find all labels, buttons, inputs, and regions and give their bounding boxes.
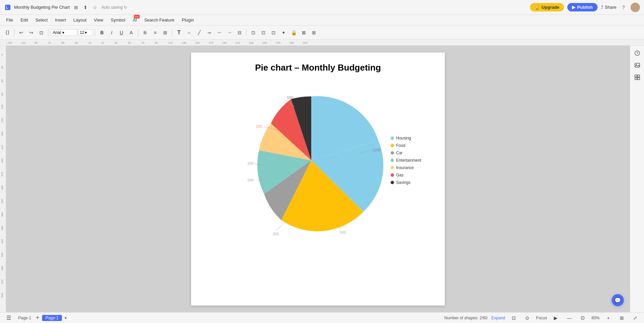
menu-file[interactable]: File bbox=[3, 16, 16, 24]
focus-icon[interactable]: ⊙ bbox=[523, 313, 532, 323]
chart-legend: Housing Food Car Entertainment bbox=[391, 136, 421, 185]
extra1[interactable]: ⊡ bbox=[249, 28, 258, 37]
share-button[interactable]: ⤴ Share bbox=[601, 5, 616, 10]
line-button[interactable]: ╱ bbox=[194, 28, 204, 37]
undo-button[interactable]: ↩ bbox=[16, 28, 26, 37]
label-line-250 bbox=[276, 224, 283, 231]
redo-button[interactable]: ↪ bbox=[27, 28, 36, 37]
font-size-selector[interactable]: 12 ▾ bbox=[78, 29, 93, 36]
separator-1 bbox=[14, 29, 14, 36]
fullscreen-button[interactable]: ⤢ bbox=[631, 313, 640, 323]
legend-item-food: Food bbox=[391, 143, 421, 148]
add-page-button[interactable]: + bbox=[36, 314, 40, 321]
legend-dot-entertainment bbox=[391, 159, 394, 162]
more-lines-button[interactable]: ⊟ bbox=[235, 28, 244, 37]
play-icon[interactable]: ▶ bbox=[551, 313, 561, 323]
data-label-200-left: 200 bbox=[256, 124, 262, 128]
current-page-indicator[interactable]: Page-1 bbox=[42, 315, 62, 321]
upgrade-button[interactable]: 🏆 Upgrade bbox=[530, 3, 564, 11]
zoom-in-button[interactable]: + bbox=[604, 313, 613, 323]
shape-button[interactable]: ○ bbox=[184, 28, 194, 37]
zoom-slider[interactable]: ⊙ bbox=[578, 313, 587, 323]
line-style-button[interactable]: ─ bbox=[215, 28, 224, 37]
cursor-button[interactable]: ✦ bbox=[279, 28, 288, 37]
font-family-selector[interactable]: Arial ▾ bbox=[50, 29, 77, 36]
legend-dot-food bbox=[391, 144, 394, 147]
menu-select[interactable]: Select bbox=[32, 16, 51, 24]
svg-text:L: L bbox=[6, 6, 8, 9]
menu-layout[interactable]: Layout bbox=[70, 16, 90, 24]
canvas-area[interactable]: Pie chart – Monthly Budgeting bbox=[6, 46, 630, 312]
main-area: 0 30 60 90 120 150 180 210 240 270 300 3… bbox=[0, 46, 644, 312]
menu-toggle[interactable]: ☰ bbox=[4, 313, 13, 323]
zoom-out-button[interactable]: — bbox=[565, 313, 574, 323]
menu-ai[interactable]: AIhot bbox=[129, 16, 140, 24]
svg-text:130: 130 bbox=[182, 41, 186, 44]
publish-button[interactable]: ▶ Publish bbox=[567, 3, 598, 11]
format-button[interactable]: ⊡ bbox=[37, 28, 46, 37]
page-mode-icon[interactable]: ⊡ bbox=[509, 313, 518, 323]
italic-button[interactable]: I bbox=[107, 28, 116, 37]
arrow-button[interactable]: → bbox=[225, 28, 234, 37]
data-label-250: 250 bbox=[273, 232, 279, 236]
right-panel bbox=[630, 46, 644, 312]
menu-search-feature[interactable]: Search Feature bbox=[141, 16, 178, 24]
page-tab[interactable]: Page-1 bbox=[16, 315, 33, 321]
image-icon[interactable] bbox=[633, 60, 642, 70]
menu-plugin[interactable]: Plugin bbox=[178, 16, 197, 24]
expand-label[interactable]: Expand bbox=[492, 316, 505, 320]
help-icon[interactable]: ? bbox=[620, 4, 627, 11]
svg-rect-48 bbox=[638, 75, 640, 77]
text-mode-button[interactable]: T bbox=[174, 28, 184, 37]
chart-container: 500 1200 200 150 200 250 bbox=[205, 80, 431, 241]
publish-icon: ▶ bbox=[572, 5, 575, 10]
page-dropdown[interactable]: ▾ bbox=[65, 316, 67, 320]
title-right: 🏆 Upgrade ▶ Publish ⤴ Share ? bbox=[530, 3, 640, 12]
app-logo[interactable]: L bbox=[4, 4, 11, 11]
menu-view[interactable]: View bbox=[91, 16, 107, 24]
connector-button[interactable]: ⤼ bbox=[205, 28, 214, 37]
lock-button[interactable]: 🔒 bbox=[289, 28, 298, 37]
legend-dot-gas bbox=[391, 173, 394, 177]
statusbar-left: ☰ Page-1 + Page-1 ▾ bbox=[4, 313, 67, 323]
svg-text:-130: -130 bbox=[7, 41, 12, 44]
document-page: Pie chart – Monthly Budgeting bbox=[191, 52, 445, 306]
user-avatar[interactable] bbox=[631, 3, 640, 12]
extra3[interactable]: ⊡ bbox=[269, 28, 278, 37]
bold-button[interactable]: B bbox=[97, 28, 107, 37]
export-icon[interactable]: ⬆ bbox=[82, 4, 89, 11]
legend-label-gas: Gas bbox=[396, 173, 403, 177]
svg-text:210: 210 bbox=[1, 145, 4, 150]
svg-text:-10: -10 bbox=[87, 41, 92, 44]
underline-button[interactable]: U bbox=[117, 28, 126, 37]
fab-button[interactable]: 💬 bbox=[612, 294, 624, 306]
list-button[interactable]: ⊞ bbox=[160, 28, 170, 37]
star-icon[interactable]: ☆ bbox=[91, 4, 99, 11]
grid-view-icon[interactable] bbox=[633, 73, 642, 82]
legend-label-insurance: Insurance bbox=[396, 165, 414, 170]
svg-text:70: 70 bbox=[141, 41, 144, 44]
focus-label[interactable]: Focus bbox=[536, 316, 547, 320]
extra2[interactable]: ⊡ bbox=[259, 28, 268, 37]
svg-text:190: 190 bbox=[222, 41, 227, 44]
menu-edit[interactable]: Edit bbox=[17, 16, 31, 24]
fit-screen-button[interactable]: ⊞ bbox=[617, 313, 627, 323]
align-button[interactable]: ≡ bbox=[150, 28, 160, 37]
grid-icon[interactable]: ⊞ bbox=[72, 4, 80, 11]
svg-text:110: 110 bbox=[168, 41, 173, 44]
separator-2 bbox=[48, 29, 48, 36]
properties-icon[interactable] bbox=[633, 48, 642, 58]
svg-text:60: 60 bbox=[1, 79, 4, 82]
sidebar-toggle[interactable]: ⟨⟩ bbox=[3, 28, 12, 37]
svg-text:290: 290 bbox=[289, 41, 294, 44]
table-button[interactable]: ⊞ bbox=[309, 28, 319, 37]
font-color-button[interactable]: A bbox=[127, 28, 136, 37]
action-button[interactable]: ⊠ bbox=[299, 28, 309, 37]
svg-text:240: 240 bbox=[1, 158, 4, 163]
menu-symbol[interactable]: Symbol bbox=[107, 16, 129, 24]
legend-label-entertainment: Entertainment bbox=[396, 158, 421, 163]
strikethrough-button[interactable]: S bbox=[140, 28, 150, 37]
data-label-150: 150 bbox=[247, 161, 253, 165]
menu-insert[interactable]: Insert bbox=[52, 16, 70, 24]
data-label-200-bottom: 200 bbox=[247, 178, 253, 182]
